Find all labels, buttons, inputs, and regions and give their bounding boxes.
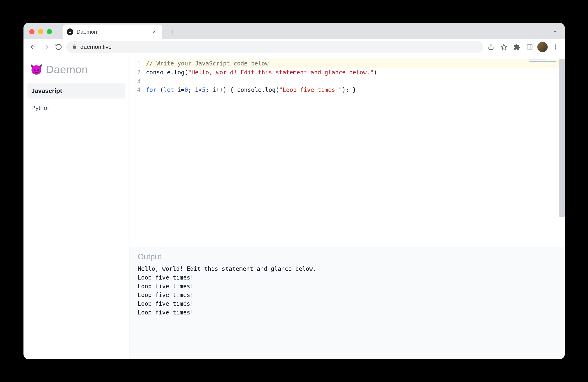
- line-number: 4: [129, 86, 146, 94]
- line-content[interactable]: console.log("Hello, world! Edit this sta…: [146, 68, 565, 77]
- url-bar[interactable]: daemon.live: [66, 41, 483, 53]
- code-line[interactable]: 2console.log("Hello, world! Edit this st…: [129, 68, 565, 77]
- code-line[interactable]: 1// Write your JavaScript code below: [129, 59, 565, 68]
- output-panel: Output Hello, world! Edit this statement…: [129, 247, 565, 359]
- maximize-window-button[interactable]: [47, 29, 52, 34]
- sidebar-item-python[interactable]: Python: [27, 100, 126, 116]
- address-bar: daemon.live: [23, 39, 565, 55]
- reload-button[interactable]: [53, 42, 64, 52]
- page-content: 😈 Daemon Javascript Python 1// Write you…: [23, 55, 565, 359]
- browser-tab-active[interactable]: Daemon ×: [63, 24, 162, 39]
- close-window-button[interactable]: [29, 29, 35, 34]
- profile-avatar[interactable]: [537, 42, 548, 52]
- tab-title: Daemon: [77, 29, 147, 35]
- new-tab-button[interactable]: +: [167, 26, 178, 38]
- svg-point-5: [555, 48, 556, 49]
- sidebar-item-label: Javascript: [31, 87, 62, 94]
- extensions-button[interactable]: [512, 42, 522, 52]
- browser-window: Daemon × + daemon.live: [23, 23, 565, 359]
- output-text: Hello, world! Edit this statement and gl…: [138, 265, 556, 317]
- line-content[interactable]: for (let i=0; i<5; i++) { console.log("L…: [146, 86, 565, 94]
- editor-minimap[interactable]: [529, 59, 556, 62]
- logo-emoji-icon: 😈: [30, 64, 42, 75]
- svg-rect-1: [527, 45, 532, 49]
- code-line[interactable]: 3: [129, 77, 565, 86]
- line-number: 1: [129, 59, 146, 68]
- svg-point-4: [555, 46, 556, 47]
- line-content[interactable]: [146, 77, 565, 86]
- minimize-window-button[interactable]: [38, 29, 43, 34]
- svg-point-3: [555, 44, 556, 45]
- url-text: daemon.live: [80, 44, 112, 50]
- nav-back-button[interactable]: [28, 42, 38, 52]
- logo-text: Daemon: [46, 63, 88, 76]
- browser-tab-bar: Daemon × +: [23, 23, 565, 39]
- editor-scrollbar[interactable]: [559, 59, 565, 217]
- line-content[interactable]: // Write your JavaScript code below: [145, 59, 565, 68]
- sidebar-item-label: Python: [31, 104, 51, 111]
- output-heading: Output: [138, 252, 556, 261]
- side-panel-button[interactable]: [525, 42, 535, 52]
- lock-icon: [72, 44, 77, 50]
- code-editor[interactable]: 1// Write your JavaScript code below2con…: [129, 55, 565, 247]
- share-button[interactable]: [486, 42, 496, 52]
- tab-favicon-icon: [67, 28, 73, 35]
- sidebar: 😈 Daemon Javascript Python: [23, 55, 129, 359]
- tab-close-button[interactable]: ×: [150, 28, 158, 36]
- code-line[interactable]: 4for (let i=0; i<5; i++) { console.log("…: [129, 86, 565, 94]
- window-controls: [29, 29, 52, 34]
- tab-list-dropdown[interactable]: [549, 27, 561, 37]
- bookmark-button[interactable]: [499, 42, 509, 52]
- chrome-menu-button[interactable]: [550, 42, 561, 52]
- main-area: 1// Write your JavaScript code below2con…: [129, 55, 565, 359]
- nav-forward-button[interactable]: [41, 42, 51, 52]
- line-number: 3: [129, 77, 146, 86]
- app-logo: 😈 Daemon: [27, 61, 126, 83]
- sidebar-item-javascript[interactable]: Javascript: [27, 83, 126, 99]
- line-number: 2: [129, 68, 146, 77]
